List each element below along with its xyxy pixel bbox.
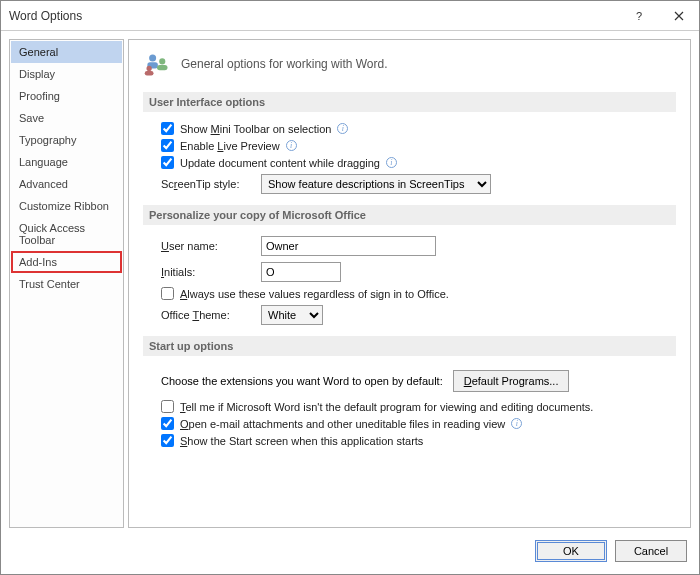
sidebar-item-trust-center[interactable]: Trust Center: [11, 273, 122, 295]
reading-row: Open e-mail attachments and other unedit…: [143, 415, 676, 432]
info-icon[interactable]: i: [511, 418, 522, 429]
mini-toolbar-checkbox[interactable]: [161, 122, 174, 135]
theme-select[interactable]: White: [261, 305, 323, 325]
start-screen-row: Show the Start screen when this applicat…: [143, 432, 676, 449]
general-icon: [143, 50, 171, 78]
pane-header-text: General options for working with Word.: [181, 57, 388, 71]
username-row: User name:: [143, 233, 676, 259]
start-screen-checkbox[interactable]: [161, 434, 174, 447]
screentip-select[interactable]: Show feature descriptions in ScreenTips: [261, 174, 491, 194]
username-label: User name:: [161, 240, 251, 252]
svg-point-2: [159, 58, 165, 64]
initials-input[interactable]: [261, 262, 341, 282]
sidebar-item-add-ins[interactable]: Add-Ins: [11, 251, 122, 273]
sidebar-item-customize-ribbon[interactable]: Customize Ribbon: [11, 195, 122, 217]
initials-row: Initials:: [143, 259, 676, 285]
help-button[interactable]: ?: [619, 1, 659, 30]
always-label: Always use these values regardless of si…: [180, 288, 449, 300]
dialog-body: GeneralDisplayProofingSaveTypographyLang…: [1, 31, 699, 528]
close-button[interactable]: [659, 1, 699, 30]
theme-row: Office Theme: White: [143, 302, 676, 328]
theme-label: Office Theme:: [161, 309, 251, 321]
svg-point-4: [147, 66, 152, 71]
section-startup-title: Start up options: [143, 336, 676, 356]
info-icon[interactable]: i: [337, 123, 348, 134]
sidebar-item-proofing[interactable]: Proofing: [11, 85, 122, 107]
sidebar-item-typography[interactable]: Typography: [11, 129, 122, 151]
screentip-label: ScreenTip style:: [161, 178, 251, 190]
mini-toolbar-label: Show Mini Toolbar on selection: [180, 123, 331, 135]
username-input[interactable]: [261, 236, 436, 256]
screentip-row: ScreenTip style: Show feature descriptio…: [143, 171, 676, 197]
default-programs-button[interactable]: Default Programs...: [453, 370, 570, 392]
live-preview-row: Enable Live Preview i: [143, 137, 676, 154]
choose-text: Choose the extensions you want Word to o…: [161, 375, 443, 387]
default-programs-row: Choose the extensions you want Word to o…: [143, 364, 676, 398]
default-check-checkbox[interactable]: [161, 400, 174, 413]
default-check-row: Tell me if Microsoft Word isn't the defa…: [143, 398, 676, 415]
sidebar-item-save[interactable]: Save: [11, 107, 122, 129]
svg-rect-5: [145, 71, 154, 75]
drag-update-label: Update document content while dragging: [180, 157, 380, 169]
options-pane: General options for working with Word. U…: [128, 39, 691, 528]
live-preview-label: Enable Live Preview: [180, 140, 280, 152]
start-screen-label: Show the Start screen when this applicat…: [180, 435, 423, 447]
dialog-footer: OK Cancel: [1, 528, 699, 574]
category-sidebar: GeneralDisplayProofingSaveTypographyLang…: [9, 39, 124, 528]
pane-header: General options for working with Word.: [143, 50, 676, 78]
info-icon[interactable]: i: [286, 140, 297, 151]
drag-update-row: Update document content while dragging i: [143, 154, 676, 171]
ok-button[interactable]: OK: [535, 540, 607, 562]
close-icon: [674, 11, 684, 21]
info-icon[interactable]: i: [386, 157, 397, 168]
reading-label: Open e-mail attachments and other unedit…: [180, 418, 505, 430]
initials-label: Initials:: [161, 266, 251, 278]
sidebar-item-quick-access-toolbar[interactable]: Quick Access Toolbar: [11, 217, 122, 251]
mini-toolbar-row: Show Mini Toolbar on selection i: [143, 120, 676, 137]
drag-update-checkbox[interactable]: [161, 156, 174, 169]
svg-rect-3: [157, 65, 168, 70]
always-row: Always use these values regardless of si…: [143, 285, 676, 302]
svg-point-0: [149, 54, 156, 61]
always-checkbox[interactable]: [161, 287, 174, 300]
titlebar: Word Options ?: [1, 1, 699, 31]
sidebar-item-advanced[interactable]: Advanced: [11, 173, 122, 195]
word-options-dialog: Word Options ? GeneralDisplayProofingSav…: [0, 0, 700, 575]
sidebar-item-general[interactable]: General: [11, 41, 122, 63]
sidebar-item-language[interactable]: Language: [11, 151, 122, 173]
cancel-button[interactable]: Cancel: [615, 540, 687, 562]
reading-checkbox[interactable]: [161, 417, 174, 430]
section-ui-title: User Interface options: [143, 92, 676, 112]
default-check-label: Tell me if Microsoft Word isn't the defa…: [180, 401, 593, 413]
live-preview-checkbox[interactable]: [161, 139, 174, 152]
sidebar-item-display[interactable]: Display: [11, 63, 122, 85]
section-personalize-title: Personalize your copy of Microsoft Offic…: [143, 205, 676, 225]
dialog-title: Word Options: [9, 9, 619, 23]
